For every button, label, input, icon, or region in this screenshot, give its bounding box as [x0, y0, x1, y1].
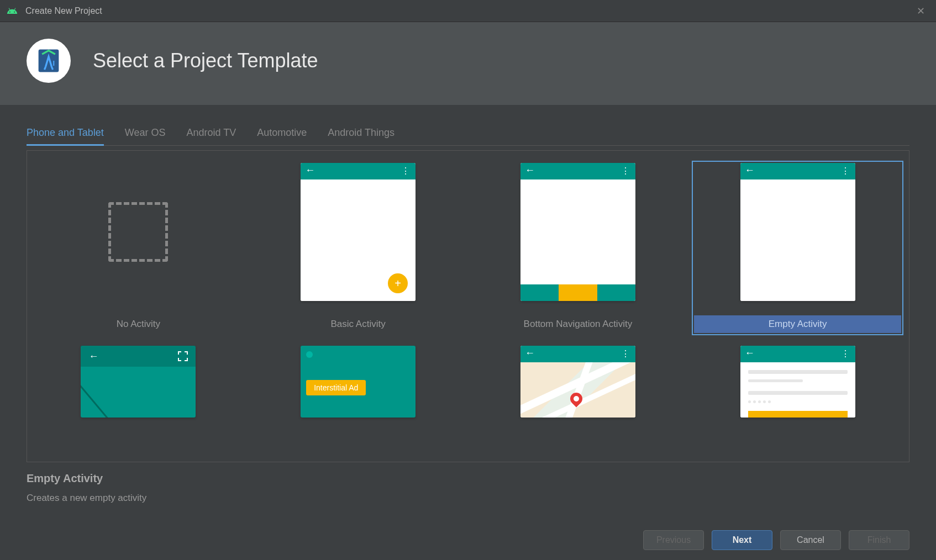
- cancel-button[interactable]: Cancel: [780, 530, 841, 550]
- thumb-body: [740, 179, 855, 301]
- overflow-menu-icon: ⋮: [401, 169, 410, 173]
- thumbnail-list: ⋮: [740, 346, 855, 418]
- thumbnail-no-activity: [81, 163, 196, 301]
- appbar-icon: ⋮: [520, 163, 635, 179]
- diagonal-line-icon: [81, 373, 134, 418]
- template-label: Basic Activity: [255, 315, 462, 333]
- template-basic-activity[interactable]: ⋮ + Basic Activity: [253, 161, 464, 335]
- thumb-body: [520, 179, 635, 284]
- template-bottom-nav[interactable]: ⋮ Bottom Navigation Activity: [472, 161, 684, 335]
- template-no-activity[interactable]: No Activity: [33, 161, 244, 335]
- thumbnail-map: ⋮: [520, 346, 635, 418]
- close-icon[interactable]: ✕: [912, 3, 929, 19]
- android-studio-icon: I: [27, 39, 71, 83]
- description-title: Empty Activity: [27, 472, 909, 485]
- button-bar: Previous Next Cancel Finish: [0, 524, 936, 560]
- interstitial-badge: Interstitial Ad: [306, 380, 366, 395]
- template-label: Bottom Navigation Activity: [475, 315, 682, 333]
- window-title: Create New Project: [25, 6, 912, 16]
- next-button[interactable]: Next: [712, 530, 772, 550]
- fullscreen-bar-icon: ←: [81, 346, 196, 367]
- template-fullscreen[interactable]: ←: [33, 344, 244, 420]
- dashed-box-icon: [108, 202, 168, 262]
- dialog-header: I Select a Project Template: [0, 22, 936, 105]
- appbar-icon: ⋮: [740, 163, 855, 179]
- content-area: Phone and Tablet Wear OS Android TV Auto…: [0, 105, 936, 462]
- thumbnail-fullscreen: ←: [81, 346, 196, 418]
- svg-text:I: I: [53, 59, 55, 67]
- thumbnail-basic-activity: ⋮ +: [301, 163, 416, 301]
- template-label: Empty Activity: [694, 315, 901, 333]
- template-grid-container: No Activity ⋮ + Basic Activity: [27, 150, 909, 462]
- list-body-icon: [740, 362, 855, 418]
- template-map[interactable]: ⋮: [472, 344, 684, 420]
- overflow-menu-icon: ⋮: [841, 169, 850, 173]
- back-arrow-icon: ←: [88, 351, 98, 362]
- overflow-menu-icon: ⋮: [841, 352, 850, 356]
- overflow-menu-icon: ⋮: [621, 352, 630, 356]
- thumbnail-empty-activity: ⋮: [740, 163, 855, 301]
- finish-button[interactable]: Finish: [849, 530, 909, 550]
- titlebar: Create New Project ✕: [0, 0, 936, 22]
- appbar-icon: ⋮: [520, 346, 635, 362]
- tab-android-tv[interactable]: Android TV: [186, 121, 236, 146]
- expand-icon: [178, 351, 188, 361]
- map-body-icon: [520, 362, 635, 418]
- thumb-body: +: [301, 179, 416, 301]
- android-icon: [7, 6, 18, 17]
- appbar-icon: ⋮: [301, 163, 416, 179]
- thumbnail-bottom-nav: ⋮: [520, 163, 635, 301]
- tab-phone-tablet[interactable]: Phone and Tablet: [27, 121, 104, 146]
- svg-rect-0: [39, 49, 59, 72]
- fab-icon: +: [388, 273, 408, 293]
- dot-icon: [306, 351, 313, 358]
- tab-automotive[interactable]: Automotive: [257, 121, 307, 146]
- appbar-icon: ⋮: [740, 346, 855, 362]
- template-list[interactable]: ⋮: [692, 344, 903, 420]
- category-tabs: Phone and Tablet Wear OS Android TV Auto…: [27, 121, 909, 146]
- tab-wear-os[interactable]: Wear OS: [125, 121, 166, 146]
- thumbnail-interstitial: Interstitial Ad: [301, 346, 416, 418]
- template-description: Empty Activity Creates a new empty activ…: [0, 462, 936, 524]
- page-title: Select a Project Template: [93, 49, 318, 72]
- description-text: Creates a new empty activity: [27, 493, 909, 504]
- overflow-menu-icon: ⋮: [621, 169, 630, 173]
- tab-android-things[interactable]: Android Things: [328, 121, 395, 146]
- bottom-nav-icon: [520, 284, 635, 301]
- previous-button[interactable]: Previous: [643, 530, 704, 550]
- template-grid: No Activity ⋮ + Basic Activity: [33, 161, 903, 420]
- template-empty-activity[interactable]: ⋮ Empty Activity: [692, 161, 903, 335]
- template-interstitial[interactable]: Interstitial Ad: [253, 344, 464, 420]
- template-label: No Activity: [35, 315, 242, 333]
